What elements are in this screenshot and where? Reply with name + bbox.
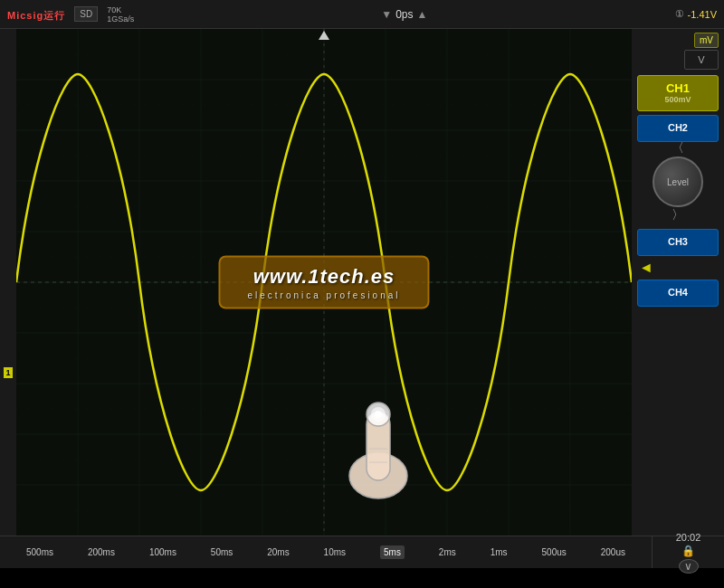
ch4-arrow-indicator: ◄ (639, 260, 653, 276)
oscilloscope-container: 1 (0, 29, 724, 536)
v-label: V (684, 50, 719, 70)
time-label-2[interactable]: 100ms (149, 547, 176, 557)
ch4-button[interactable]: CH4 (637, 280, 719, 307)
ch1-scale: 500mV (664, 95, 691, 105)
time-scale[interactable]: 500ms200ms100ms50ms20ms10ms5ms2ms1ms500u… (0, 545, 652, 559)
ch2-button[interactable]: CH2 (637, 115, 719, 142)
unit-group: mV V (637, 33, 719, 70)
time-label-5[interactable]: 10ms (324, 547, 346, 557)
level-up-arrow: 〈 (672, 140, 684, 156)
time-label-0[interactable]: 500ms (26, 547, 53, 557)
level-down-arrow: 〉 (672, 207, 684, 223)
time-label-4[interactable]: 20ms (267, 547, 289, 557)
ch4-label: CH4 (668, 287, 688, 299)
grid-area[interactable]: www.1tech.es electronica profesional (16, 29, 632, 536)
level-container: 〈 Level 〉 (653, 153, 703, 211)
ch1-label: CH1 (666, 81, 690, 96)
time-label-3[interactable]: 50ms (211, 547, 233, 557)
timebase-center: ▼ 0ps ▲ (143, 8, 665, 21)
ch1-button[interactable]: CH1 500mV (637, 75, 719, 111)
top-bar: Micsig运行 SD 70K 1GSa/s ▼ 0ps ▲ ① -1.41V (0, 0, 724, 29)
logo: Micsig运行 (7, 5, 65, 24)
logo-text: Micsig (7, 10, 43, 21)
time-label-9[interactable]: 500us (542, 547, 567, 557)
time-label-10[interactable]: 200us (601, 547, 625, 557)
status-run: 运行 (43, 10, 65, 21)
level-knob[interactable]: Level (653, 156, 703, 207)
timebase-display: ▼ 0ps ▲ (381, 8, 427, 21)
level-label: Level (667, 177, 689, 187)
trigger-icon: ① (675, 8, 684, 20)
ch2-label: CH2 (668, 122, 688, 134)
bottom-right: 20:02 🔒 ∨ (652, 536, 724, 568)
ch3-button[interactable]: CH3 (637, 229, 719, 256)
lock-icon: 🔒 (681, 545, 695, 557)
sample-rate: 70K 1GSa/s (107, 5, 134, 24)
trigger-voltage: -1.41V (688, 9, 717, 20)
time-label-7[interactable]: 2ms (439, 547, 456, 557)
grid-svg (16, 29, 632, 536)
time-label-1[interactable]: 200ms (88, 547, 115, 557)
time-label-8[interactable]: 1ms (491, 547, 508, 557)
ch1-ground-marker: 1 (4, 367, 12, 378)
left-panel: 1 (0, 29, 16, 536)
time-display: 20:02 (676, 532, 701, 543)
sd-badge: SD (74, 6, 98, 22)
right-panel: mV V CH1 500mV CH2 〈 Level 〉 CH3 ◄ CH4 (632, 29, 724, 536)
bottom-bar: 500ms200ms100ms50ms20ms10ms5ms2ms1ms500u… (0, 536, 724, 568)
trigger-info: ① -1.41V (675, 8, 717, 20)
time-label-6[interactable]: 5ms (380, 545, 405, 559)
timebase-value: 0ps (395, 8, 413, 21)
ch3-label: CH3 (668, 236, 688, 248)
mv-button[interactable]: mV (694, 33, 719, 48)
scroll-button[interactable]: ∨ (679, 559, 699, 574)
